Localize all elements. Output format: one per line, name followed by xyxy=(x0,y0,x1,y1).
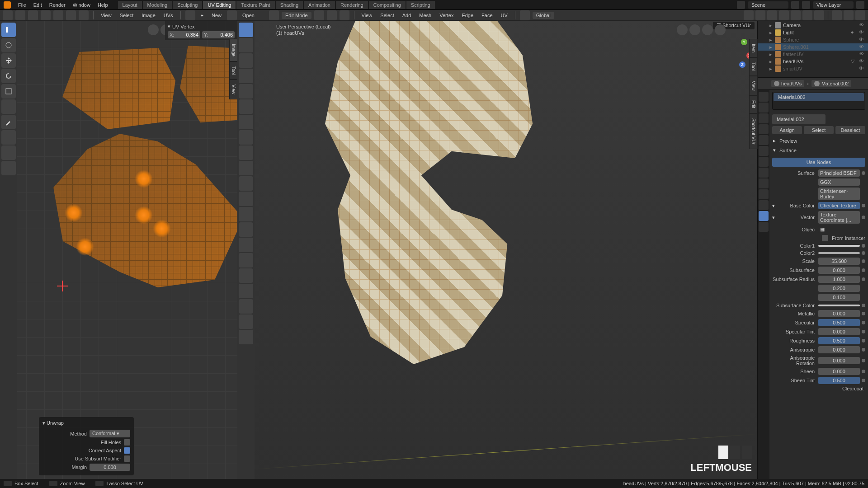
sss-color-swatch[interactable] xyxy=(818,305,860,306)
ptab-material[interactable] xyxy=(759,211,769,221)
vp-menu-vertex[interactable]: Vertex xyxy=(437,13,456,18)
viewlayer-new-icon[interactable] xyxy=(856,1,864,9)
vp-tool-shrink[interactable] xyxy=(239,299,253,314)
vp-tool-select[interactable] xyxy=(239,23,253,37)
vp-tool-shear[interactable] xyxy=(239,314,253,329)
material-slot-list[interactable]: Material.002 xyxy=(772,92,865,110)
uv-tool-annotate[interactable] xyxy=(1,115,16,129)
uv-op-aspect-checkbox[interactable] xyxy=(124,447,130,454)
panel-preview[interactable]: ▸Preview xyxy=(772,136,865,145)
breadcrumb-object[interactable]: headUVs xyxy=(771,80,804,87)
panel-surface[interactable]: ▾Surface xyxy=(772,145,865,155)
scene-name-field[interactable]: Scene xyxy=(748,1,788,9)
vp-tool-inset[interactable] xyxy=(239,176,253,191)
breadcrumb-material[interactable]: Material.002 xyxy=(811,80,852,87)
sss-radius-2-field[interactable]: 0.100 xyxy=(818,294,860,301)
vp-tool-add-cube[interactable] xyxy=(239,145,253,160)
ptab-viewlayer[interactable] xyxy=(759,113,769,123)
outliner-search-icon[interactable] xyxy=(855,10,865,20)
link-dot-icon[interactable] xyxy=(862,171,865,175)
ptab-physics[interactable] xyxy=(759,178,769,188)
viewlayer-name-field[interactable]: View Layer xyxy=(813,1,854,9)
uv-tool-relax[interactable] xyxy=(1,145,16,160)
distribution-dropdown[interactable]: GGX xyxy=(818,178,860,186)
ptab-world[interactable] xyxy=(759,135,769,145)
uv-edge-select-icon[interactable] xyxy=(53,10,63,20)
uv-op-margin-field[interactable]: 0.000 xyxy=(90,464,130,471)
uv-vertex-y-field[interactable]: Y:0.406 xyxy=(202,31,235,38)
material-unlink-icon[interactable] xyxy=(846,114,855,124)
uv-sync-icon[interactable] xyxy=(28,10,38,20)
vp-tool-bevel[interactable] xyxy=(239,192,253,206)
vp-tool-measure[interactable] xyxy=(239,130,253,145)
tab-animation[interactable]: Animation xyxy=(304,1,335,9)
tab-texture-paint[interactable]: Texture Paint xyxy=(236,1,274,9)
eye-icon[interactable]: 👁 xyxy=(859,66,865,72)
uv-vertex-select-icon[interactable] xyxy=(41,10,51,20)
roughness-field[interactable]: 0.500 xyxy=(818,337,860,344)
ptab-modifier[interactable] xyxy=(759,157,769,167)
eye-icon[interactable]: 👁 xyxy=(859,58,865,65)
sheentint-field[interactable]: 0.500 xyxy=(818,377,860,384)
vp-edge-select-icon[interactable] xyxy=(327,10,337,20)
chevron-down-icon[interactable]: ▾ xyxy=(168,23,170,29)
vp-tool-polybuild[interactable] xyxy=(239,238,253,252)
uv-tool-cursor[interactable] xyxy=(1,23,16,37)
material-name-field[interactable]: Material.002 xyxy=(772,114,826,124)
basecolor-dropdown[interactable]: Checker Texture xyxy=(818,202,860,209)
outliner-row-sphere[interactable]: ▸Sphere👁 xyxy=(758,36,868,43)
vp-shading-wire-icon[interactable] xyxy=(779,10,789,20)
dot-icon[interactable]: ● xyxy=(851,29,857,36)
vp-shading-matprev-icon[interactable] xyxy=(802,10,812,20)
vp-proportional-icon[interactable] xyxy=(755,10,765,20)
uv-op-method-dropdown[interactable]: Conformal ▾ xyxy=(90,430,130,437)
vp-face-select-icon[interactable] xyxy=(340,10,349,20)
link-dot-icon[interactable] xyxy=(862,304,865,307)
sss-method-dropdown[interactable]: Christensen-Burley xyxy=(818,188,860,200)
vp-menu-edge[interactable]: Edge xyxy=(459,13,476,18)
uv-tool-rotate[interactable] xyxy=(1,69,16,83)
link-dot-icon[interactable] xyxy=(862,359,865,362)
outliner-filter-icon[interactable] xyxy=(844,10,854,20)
ptab-texture[interactable] xyxy=(759,222,769,232)
uv-menu-uvs[interactable]: UVs xyxy=(161,13,176,18)
vp-mode-dropdown[interactable]: Edit Mode xyxy=(282,12,311,19)
vp-shading-rendered-icon[interactable] xyxy=(814,10,824,20)
uv-tab-tool[interactable]: Tool xyxy=(229,61,238,80)
vp-menu-view[interactable]: View xyxy=(359,13,375,18)
ptab-render[interactable] xyxy=(759,92,769,102)
menu-render[interactable]: Render xyxy=(47,2,68,8)
tab-modeling[interactable]: Modeling xyxy=(143,1,172,9)
eye-icon[interactable]: 👁 xyxy=(859,37,865,43)
ptab-constraint[interactable] xyxy=(759,189,769,199)
mesh-data-icon[interactable]: ▽ xyxy=(851,58,857,65)
uv-tool-transform[interactable] xyxy=(1,99,16,114)
tab-layout[interactable]: Layout xyxy=(118,1,142,9)
uv-tab-view[interactable]: View xyxy=(229,80,238,99)
ptab-particle[interactable] xyxy=(759,168,769,178)
uv-new-button[interactable]: New xyxy=(209,13,224,18)
spectint-field[interactable]: 0.000 xyxy=(818,328,860,335)
link-dot-icon[interactable] xyxy=(862,216,865,219)
metallic-field[interactable]: 0.000 xyxy=(818,310,860,317)
uv-select-mode-icon[interactable] xyxy=(15,10,25,20)
uv-tool-move[interactable] xyxy=(1,53,16,68)
material-new-icon[interactable] xyxy=(826,114,835,124)
vector-dropdown[interactable]: Texture Coordinate |... xyxy=(818,211,860,224)
uv-vertex-x-field[interactable]: X:0.384 xyxy=(168,31,200,38)
outliner-row-smartuv[interactable]: ▸smartUV👁 xyxy=(758,65,868,72)
sss-radius-1-field[interactable]: 0.200 xyxy=(818,285,860,292)
vp-tab-shortcutvur[interactable]: Shortcut VUr xyxy=(749,113,758,149)
outliner-row-flattenuv[interactable]: ▸flattenUV👁 xyxy=(758,51,868,58)
vp-overlay-icon[interactable] xyxy=(767,10,777,20)
link-dot-icon[interactable] xyxy=(862,321,865,324)
link-dot-icon[interactable] xyxy=(862,244,865,248)
anisorot-field[interactable]: 0.000 xyxy=(818,357,860,364)
uv-editor-type-icon[interactable] xyxy=(3,10,13,20)
vp-gizmo-zoom-icon[interactable] xyxy=(702,24,713,35)
vp-gizmo-camera-icon[interactable] xyxy=(677,24,688,35)
link-dot-icon[interactable] xyxy=(862,370,865,373)
ptab-mesh[interactable] xyxy=(759,200,769,210)
material-slot-item[interactable]: Material.002 xyxy=(774,93,864,101)
uv-tool-grab[interactable] xyxy=(1,130,16,145)
